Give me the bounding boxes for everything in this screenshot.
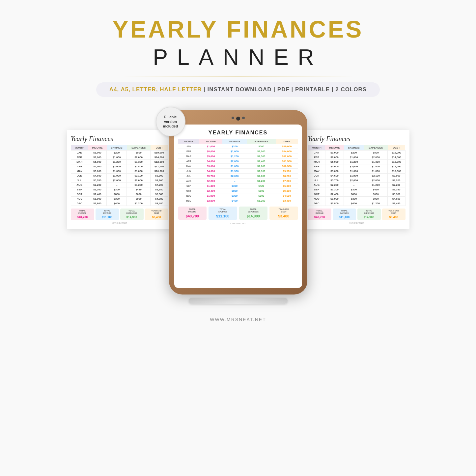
table-row: MAY $3,000 $1,000 $1,000 $10,500 <box>308 169 405 174</box>
cell-income: $2,800 <box>88 201 106 206</box>
cell-income: $1,900 <box>199 193 222 198</box>
cell-savings: $200 <box>222 144 247 149</box>
left-totals-row: TOTALINCOME $40,700 TOTALSAVINGS $11,100… <box>71 209 168 220</box>
table-row: FEB $8,000 $1,000 $2,000 $14,000 <box>178 149 298 154</box>
right-total-expenses: TOTALEXPENSES $14,900 <box>357 209 381 220</box>
table-row: FEB $8,000 $1,000 $2,000 $14,000 <box>71 155 168 160</box>
cell-month: DEC <box>178 198 200 203</box>
cell-expenses: $1,200 <box>364 183 388 187</box>
cell-savings: $2,000 <box>222 159 247 164</box>
cell-month: JUN <box>178 169 200 174</box>
cell-month: AUG <box>71 183 88 187</box>
right-panel-title: Yearly Finances <box>308 135 406 143</box>
subtitle-extras: | INSTANT DOWNLOAD | PDF | PRINTABLE | 2… <box>204 86 367 93</box>
tablet-camera <box>232 117 245 121</box>
cell-debt: $19,000 <box>388 151 405 155</box>
screen-total-debt: YEAR-ENDDEBT $3,480 <box>269 207 298 220</box>
right-col-income: INCOME <box>325 145 344 151</box>
main-title-line2: PLANNER <box>96 44 380 70</box>
cell-debt: $10,500 <box>276 164 298 169</box>
table-row: DEC $2,800 $400 $1,200 $3,480 <box>71 201 168 206</box>
cell-month: SEP <box>178 183 200 188</box>
screen-col-savings: SAVINGS <box>222 139 247 144</box>
table-row: MAR $5,000 $1,200 $1,300 $12,000 <box>308 160 405 164</box>
cell-month: JUL <box>71 178 88 183</box>
cell-expenses: $1,000 <box>127 169 151 174</box>
cell-expenses: $420 <box>127 187 151 192</box>
table-row: APR $4,000 $2,000 $1,400 $11,500 <box>71 164 168 169</box>
right-finance-table: MONTH INCOME SAVINGS EXPENSES DEBT JAN $… <box>308 145 406 206</box>
cell-expenses: $900 <box>364 197 388 201</box>
cell-income: $2,400 <box>88 192 106 197</box>
right-total-savings: TOTALSAVINGS $11,100 <box>333 209 356 220</box>
tablet-pencil <box>189 298 288 304</box>
cell-expenses: $420 <box>364 187 388 192</box>
cam-dot-1 <box>232 117 234 119</box>
cell-income: $5,000 <box>88 160 106 164</box>
cell-income: $5,700 <box>199 174 222 179</box>
cell-income: $8,000 <box>325 155 344 160</box>
cell-savings: $2,000 <box>222 174 247 179</box>
cell-savings: $2,000 <box>344 178 364 183</box>
cell-debt: $3,480 <box>276 198 298 203</box>
cell-income: $2,200 <box>199 179 222 183</box>
cell-expenses: $1,300 <box>364 160 388 164</box>
cell-savings: $300 <box>344 197 364 201</box>
fillable-badge: Fillable version included <box>156 107 185 136</box>
screen-title: YEARLY FINANCES <box>178 130 298 136</box>
cell-expenses: $900 <box>247 193 276 198</box>
cell-debt: $9,900 <box>276 169 298 174</box>
cell-expenses: $1,400 <box>127 164 151 169</box>
left-paper-panel: Yearly Finances MONTH INCOME SAVINGS EXP… <box>67 130 172 229</box>
cell-debt: $19,000 <box>276 144 298 149</box>
tablet-device: YEARLY FINANCES MONTH INCOME SAVINGS EXP… <box>169 110 307 294</box>
table-row: MAR $5,000 $1,200 $1,300 $12,000 <box>71 160 168 164</box>
cell-expenses: $2,000 <box>127 178 151 183</box>
cell-month: MAR <box>71 160 88 164</box>
cell-debt: $5,380 <box>388 192 405 197</box>
cell-expenses: $1,200 <box>127 183 151 187</box>
footer-url: WWW.MRSNEAT.NET <box>210 317 266 322</box>
cell-expenses: $2,000 <box>364 178 388 183</box>
table-row: SEP $1,300 $300 $420 $6,380 <box>71 187 168 192</box>
cell-savings: $300 <box>107 197 127 201</box>
cell-savings: $200 <box>344 151 364 155</box>
subtitle-sizes: A4, A5, LETTER, HALF LETTER <box>109 86 202 93</box>
cell-expenses: $1,300 <box>127 160 151 164</box>
table-row: OCT $2,400 $800 $600 $5,380 <box>308 192 405 197</box>
table-row: NOV $1,900 $300 $900 $4,680 <box>71 197 168 201</box>
table-row: JAN $1,000 $200 $500 $19,000 <box>308 151 405 155</box>
cell-debt: $6,380 <box>276 183 298 188</box>
cell-month: NOV <box>71 197 88 201</box>
screen-col-debt: DEBT <box>276 139 298 144</box>
cell-expenses: $1,000 <box>364 169 388 174</box>
cell-expenses: $2,100 <box>364 174 388 178</box>
right-watermark: // MRSNEAT.NET <box>308 222 406 224</box>
table-row: APR $4,000 $2,000 $1,400 $11,500 <box>178 159 298 164</box>
screen-col-expenses: EXPENSES <box>247 139 276 144</box>
cell-expenses: $1,200 <box>364 201 388 206</box>
table-row: DEC $2,800 $400 $1,200 $3,480 <box>178 198 298 203</box>
cell-savings: $1,900 <box>107 174 127 178</box>
fillable-line1: Fillable <box>164 115 177 119</box>
tablet-wrapper: Fillable version included YEARLY FINANCE… <box>162 110 314 304</box>
cell-debt: $14,000 <box>388 155 405 160</box>
cell-savings: – <box>222 179 247 183</box>
right-col-debt: DEBT <box>388 145 405 151</box>
left-watermark: // MRSNEAT.NET <box>71 222 168 224</box>
table-row: NOV $1,900 $300 $900 $4,680 <box>308 197 405 201</box>
header: YEARLY FINANCES PLANNER A4, A5, LETTER, … <box>96 0 380 107</box>
table-row: AUG $2,200 – $1,200 $7,200 <box>308 183 405 187</box>
cell-savings: $1,000 <box>222 149 247 154</box>
cell-savings: $1,000 <box>344 169 364 174</box>
cell-income: $2,400 <box>325 192 344 197</box>
cell-debt: $10,500 <box>388 169 405 174</box>
cam-dot-2 <box>242 117 245 119</box>
cell-expenses: $2,000 <box>364 155 388 160</box>
cell-month: AUG <box>178 179 200 183</box>
cell-income: $3,000 <box>88 169 106 174</box>
cell-expenses: $600 <box>127 192 151 197</box>
cell-month: FEB <box>178 149 200 154</box>
right-col-savings: SAVINGS <box>344 145 364 151</box>
cell-debt: $7,200 <box>388 183 405 187</box>
